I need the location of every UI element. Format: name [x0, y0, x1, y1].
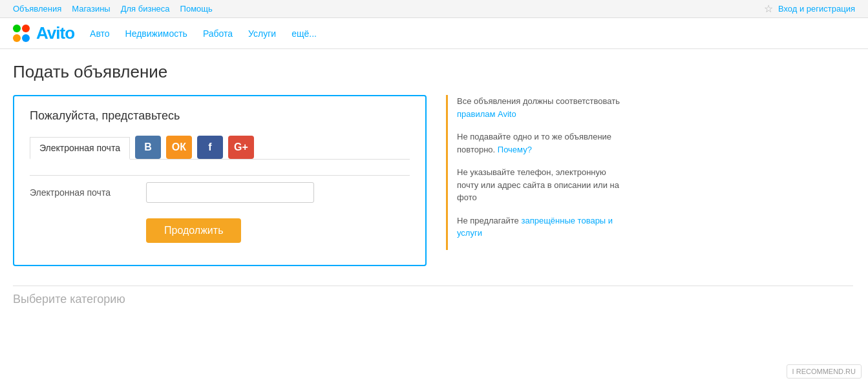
page-title: Подать объявление: [13, 62, 853, 82]
favorite-icon[interactable]: ☆: [764, 3, 773, 15]
tab-email[interactable]: Электронная почта: [30, 137, 130, 160]
nav-bar: Avito Авто Недвижимость Работа Услуги ещ…: [0, 18, 868, 49]
email-label: Электронная почта: [30, 187, 146, 198]
top-bar: Объявления Магазины Для бизнеса Помощь ☆…: [0, 0, 868, 18]
form-box: Пожалуйста, представьтесь Электронная по…: [13, 95, 427, 266]
sidebar: Все объявления должны соответствовать пр…: [446, 95, 627, 250]
logo[interactable]: Avito: [13, 23, 74, 43]
email-input[interactable]: [146, 182, 314, 203]
sidebar-item-1: Не подавайте одно и то же объявление пов…: [457, 130, 627, 156]
dot-orange: [13, 34, 21, 42]
sidebar-item-3: Не предлагайте запрещённые товары и услу…: [457, 214, 627, 240]
logo-text: Avito: [36, 23, 74, 43]
sidebar-item-0: Все объявления должны соответствовать пр…: [457, 95, 627, 120]
sidebar-text-1: Не подавайте одно и то же объявление пов…: [457, 132, 611, 154]
form-fields: Электронная почта Продолжить: [30, 175, 410, 249]
dot-green: [13, 25, 21, 32]
top-link-shops[interactable]: Магазины: [72, 4, 111, 14]
nav-link-jobs[interactable]: Работа: [203, 28, 233, 39]
bottom-section: Выберите категорию: [13, 286, 853, 313]
form-box-title: Пожалуйста, представьтесь: [30, 109, 410, 123]
sidebar-link-1[interactable]: Почему?: [498, 145, 532, 154]
content-row: Пожалуйста, представьтесь Электронная по…: [13, 95, 853, 266]
btn-vk[interactable]: В: [135, 136, 161, 159]
tabs-row: Электронная почта В ОК f G+: [30, 136, 410, 160]
category-title: Выберите категорию: [13, 293, 853, 306]
sidebar-text-0: Все объявления должны соответствовать: [457, 96, 620, 106]
nav-link-realestate[interactable]: Недвижимость: [125, 28, 187, 39]
email-field-row: Электронная почта: [30, 182, 410, 203]
dot-blue: [22, 34, 30, 42]
top-link-ads[interactable]: Объявления: [13, 4, 61, 14]
sidebar-item-2: Не указывайте телефон, электронную почту…: [457, 166, 627, 204]
dot-red: [22, 25, 30, 32]
sidebar-text-3: Не предлагайте: [457, 216, 521, 225]
nav-link-services[interactable]: Услуги: [248, 28, 276, 39]
submit-button[interactable]: Продолжить: [146, 218, 241, 243]
sidebar-link-0[interactable]: правилам Avito: [457, 109, 516, 119]
logo-dots: [13, 25, 31, 43]
top-bar-links: Объявления Магазины Для бизнеса Помощь: [13, 4, 213, 14]
nav-link-auto[interactable]: Авто: [90, 28, 110, 39]
auth-link[interactable]: Вход и регистрация: [778, 4, 855, 14]
btn-google[interactable]: G+: [228, 136, 254, 159]
top-link-help[interactable]: Помощь: [180, 4, 213, 14]
main-content: Подать объявление Пожалуйста, представьт…: [0, 49, 866, 326]
nav-link-more[interactable]: ещё...: [291, 28, 317, 39]
top-link-business[interactable]: Для бизнеса: [121, 4, 170, 14]
btn-ok[interactable]: ОК: [166, 136, 192, 159]
top-bar-right: ☆ Вход и регистрация: [764, 3, 855, 15]
btn-facebook[interactable]: f: [197, 136, 223, 159]
sidebar-text-2: Не указывайте телефон, электронную почту…: [457, 167, 619, 202]
